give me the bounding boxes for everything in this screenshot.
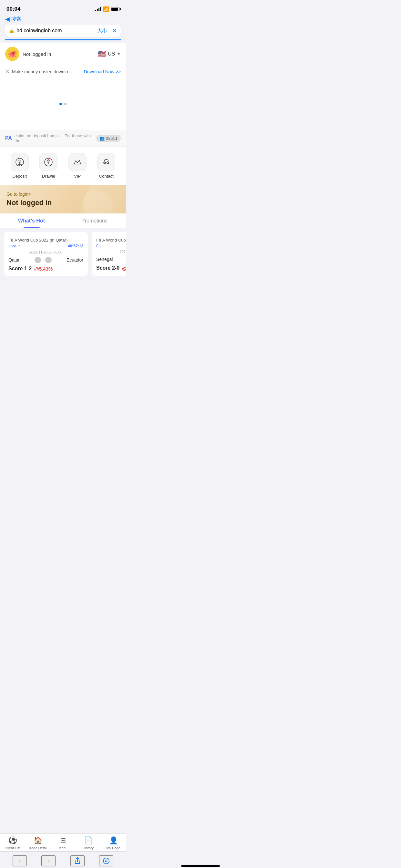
- deposit-label: Deposit: [12, 174, 27, 179]
- login-status-text: Not logged in: [6, 198, 120, 207]
- match-card-1[interactable]: FIFA World Cup 2022 (In Qatar) Ends In 4…: [4, 232, 88, 276]
- flag-icon: 🇺🇸: [98, 50, 106, 58]
- address-actions: 大小 ✕: [97, 27, 117, 34]
- text-size-button[interactable]: 大小: [97, 28, 107, 34]
- language-selector[interactable]: 🇺🇸 US ▼: [98, 50, 121, 58]
- countdown-row-1: Ends In 46:57:12: [8, 244, 83, 248]
- browser-back-row: ◀ 搜索: [5, 16, 121, 23]
- team1-name-1: Qatar: [8, 257, 20, 262]
- banner-text: Make money easier, downlo...: [12, 69, 81, 74]
- status-bar: 00:04 📶: [0, 0, 126, 16]
- dropdown-arrow-icon: ▼: [117, 52, 121, 56]
- status-icons: 📶: [95, 6, 120, 12]
- deposit-action[interactable]: ¥ Deposit: [11, 153, 29, 179]
- address-left: 🔒 bd.coinwinglob.com: [9, 28, 62, 34]
- wifi-icon: 📶: [103, 6, 110, 12]
- drawal-action[interactable]: ¥ Drawal: [39, 153, 58, 179]
- team1-name-2: Senegal: [96, 257, 113, 262]
- tab-whats-hot[interactable]: What's Hot: [0, 213, 63, 228]
- slide-dot-2[interactable]: [64, 103, 66, 105]
- match-card-2[interactable]: FIFA World Cup 2022 (In Qatar) En 2022-1…: [92, 232, 126, 276]
- score-text-2: Score 2-0: [96, 265, 120, 271]
- team1-dot-1: [35, 257, 41, 263]
- drawal-label: Drawal: [42, 174, 55, 179]
- battery-icon: [112, 7, 120, 11]
- download-banner[interactable]: ✕ Make money easier, downlo... Download …: [0, 65, 126, 78]
- match-score-1: Score 1-2 @5.43%: [8, 266, 83, 272]
- countdown-row-2: En: [96, 244, 126, 248]
- contact-action[interactable]: Contact: [97, 153, 115, 179]
- teams-vs-row-1: -: [35, 257, 52, 263]
- user-status: Not logged in: [23, 51, 51, 57]
- score-text-1: Score 1-2: [8, 266, 32, 272]
- team2-name-1: Ecuador: [66, 257, 83, 262]
- matches-container: FIFA World Cup 2022 (In Qatar) Ends In 4…: [0, 228, 126, 280]
- lock-icon: 🔒: [9, 28, 14, 33]
- vip-label: VIP: [74, 174, 81, 179]
- url-text: bd.coinwinglob.com: [17, 28, 62, 34]
- promo-count[interactable]: 👥 33511: [96, 135, 121, 142]
- browser-top-bar: ◀ 搜索 🔒 bd.coinwinglob.com 大小 ✕: [0, 16, 126, 43]
- match-score-2: Score 2-0 @1.: [96, 265, 126, 271]
- match-tournament-1: FIFA World Cup 2022 (In Qatar): [8, 238, 67, 243]
- score-odds-2: @1.: [122, 266, 126, 271]
- tab-promotions[interactable]: Promotions: [63, 213, 126, 228]
- promo-bar[interactable]: PA claim the deposit bonus For those wit…: [0, 130, 126, 147]
- ends-in-label-2: En: [96, 244, 100, 248]
- site-header: 🐙 Not logged in 🇺🇸 US ▼: [0, 43, 126, 65]
- slide-dot-1[interactable]: [59, 103, 62, 105]
- deposit-icon: ¥: [11, 153, 29, 171]
- quick-actions: ¥ Deposit ¥ Drawal VIP: [0, 147, 126, 185]
- main-tabs: What's Hot Promotions: [0, 213, 126, 228]
- promo-text: claim the deposit bonus For those with t…: [14, 133, 94, 143]
- team2-dot-1: [45, 257, 52, 263]
- slideshow: [0, 78, 126, 130]
- close-tab-button[interactable]: ✕: [112, 27, 117, 34]
- match-date-1: 2022-11-20 23:00:00: [8, 250, 83, 254]
- score-odds-1: @5.43%: [34, 266, 53, 272]
- address-bar[interactable]: 🔒 bd.coinwinglob.com 大小 ✕: [5, 25, 121, 37]
- status-time: 00:04: [6, 6, 20, 12]
- svg-text:¥: ¥: [18, 159, 21, 165]
- match-date-2: 2022-11-21 23:00: [96, 250, 126, 253]
- promo-count-icon: 👥: [99, 136, 104, 141]
- promo-count-value: 33511: [106, 136, 118, 141]
- ends-in-label-1: Ends In: [8, 244, 20, 248]
- contact-label: Contact: [99, 174, 114, 179]
- match-teams-1: Qatar - Ecuador: [8, 257, 83, 263]
- back-arrow-icon[interactable]: ◀: [5, 16, 10, 23]
- match-time-row-1: FIFA World Cup 2022 (In Qatar): [8, 238, 83, 243]
- slide-dots: [59, 103, 66, 105]
- match-tournament-2: FIFA World Cup 2022 (In Qatar): [96, 238, 126, 243]
- lang-text: US: [108, 51, 115, 57]
- vip-action[interactable]: VIP: [68, 153, 87, 179]
- vip-icon: [68, 153, 87, 171]
- drawal-icon: ¥: [39, 153, 58, 171]
- promo-label: PA: [5, 135, 12, 141]
- user-info[interactable]: 🐙 Not logged in: [5, 47, 51, 61]
- match-time-row-2: FIFA World Cup 2022 (In Qatar): [96, 238, 126, 243]
- contact-icon: [97, 153, 115, 171]
- banner-close-icon[interactable]: ✕: [5, 68, 9, 74]
- match-teams-2: Senegal -: [96, 256, 126, 262]
- signal-icon: [95, 7, 101, 11]
- login-go-text: Go to login>: [6, 191, 120, 197]
- versus-1: -: [42, 257, 44, 262]
- user-avatar: 🐙: [5, 47, 19, 61]
- tab-indicator: [5, 39, 121, 40]
- download-link[interactable]: Download Now >>: [84, 69, 121, 74]
- login-banner[interactable]: Go to login> Not logged in: [0, 185, 126, 213]
- countdown-1: 46:57:12: [68, 244, 83, 248]
- back-text[interactable]: 搜索: [11, 16, 21, 23]
